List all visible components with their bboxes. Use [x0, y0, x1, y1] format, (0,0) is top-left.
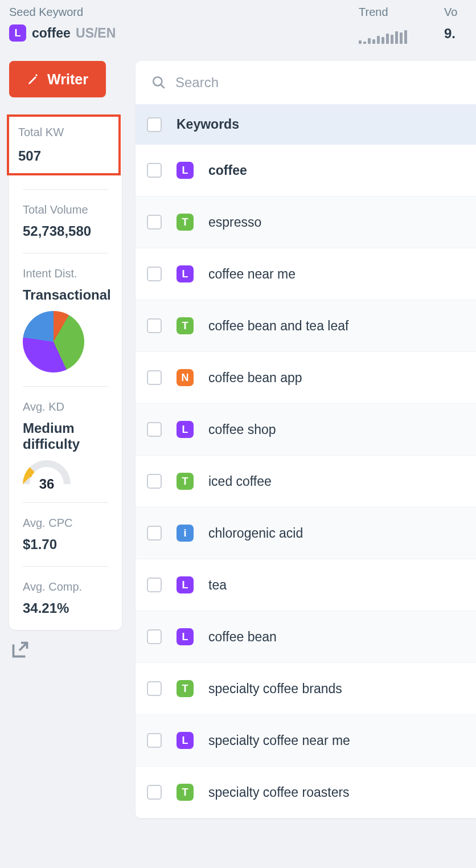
- row-checkbox[interactable]: [147, 629, 162, 644]
- keyword-row[interactable]: Lcoffee bean: [136, 611, 476, 663]
- keyword-row[interactable]: Tcoffee bean and tea leaf: [136, 300, 476, 352]
- volume-block: Vo 9.: [444, 6, 467, 42]
- intent-badge: L: [177, 162, 194, 179]
- keyword-text: specialty coffee roasters: [208, 785, 350, 800]
- row-checkbox[interactable]: [147, 267, 162, 281]
- search-row: [136, 61, 476, 104]
- stat-avg-kd: Avg. KD Medium difficulty 36: [23, 387, 108, 503]
- keyword-text: coffee near me: [208, 267, 296, 282]
- seed-keyword-name: coffee: [32, 26, 71, 40]
- stat-label: Avg. Comp.: [23, 580, 108, 593]
- intent-badge: N: [177, 369, 194, 386]
- keyword-text: espresso: [208, 215, 261, 230]
- row-checkbox[interactable]: [147, 318, 162, 333]
- seed-keyword: coffee US/EN: [32, 26, 116, 41]
- intent-badge: L: [177, 628, 194, 645]
- keyword-text: chlorogenic acid: [208, 526, 303, 541]
- stat-label: Avg. CPC: [23, 517, 108, 530]
- keyword-row[interactable]: Lcoffee shop: [136, 404, 476, 456]
- kd-gauge: 36: [23, 460, 71, 489]
- left-column: Writer Total KW 507 Total Volume 52,738,…: [9, 61, 122, 818]
- intent-badge: i: [177, 525, 194, 542]
- row-checkbox[interactable]: [147, 422, 162, 437]
- row-checkbox[interactable]: [147, 370, 162, 385]
- keyword-row[interactable]: Tspecialty coffee roasters: [136, 767, 476, 818]
- svg-point-0: [153, 77, 162, 85]
- trend-sparkline: [359, 29, 427, 44]
- keyword-row[interactable]: Ltea: [136, 559, 476, 611]
- keyword-table: Keywords LcoffeeTespressoLcoffee near me…: [136, 61, 476, 818]
- search-icon: [151, 75, 166, 90]
- keyword-row[interactable]: Tespresso: [136, 196, 476, 248]
- keyword-text: iced coffee: [208, 474, 272, 489]
- export-button[interactable]: [9, 640, 122, 663]
- stat-total-kw: Total KW 507: [23, 114, 108, 190]
- keyword-row[interactable]: Lcoffee near me: [136, 248, 476, 300]
- intent-badge: L: [177, 265, 194, 282]
- row-checkbox[interactable]: [147, 526, 162, 541]
- stat-value: $1.70: [23, 537, 108, 552]
- volume-label: Vo: [444, 6, 467, 19]
- stat-value: Medium difficulty: [23, 420, 108, 452]
- stat-total-volume: Total Volume 52,738,580: [23, 190, 108, 253]
- keyword-text: coffee bean and tea leaf: [208, 318, 348, 334]
- stat-intent-dist: Intent Dist. Transactional: [23, 253, 108, 387]
- keyword-row[interactable]: Lspecialty coffee near me: [136, 715, 476, 767]
- stat-label: Total KW: [18, 126, 109, 139]
- intent-pie-chart: [23, 311, 84, 372]
- keyword-text: specialty coffee brands: [208, 681, 342, 697]
- intent-badge: L: [177, 421, 194, 438]
- trend-block: Trend: [359, 6, 427, 44]
- row-checkbox[interactable]: [147, 163, 162, 178]
- volume-value: 9.: [444, 26, 467, 42]
- table-header-row: Keywords: [136, 104, 476, 145]
- intent-badge: L: [9, 24, 26, 42]
- svg-line-1: [161, 84, 165, 88]
- keyword-row[interactable]: ichlorogenic acid: [136, 507, 476, 559]
- highlight-box: Total KW 507: [7, 114, 121, 175]
- seed-keyword-block: Seed Keyword L coffee US/EN: [9, 6, 359, 42]
- seed-label: Seed Keyword: [9, 6, 359, 19]
- keyword-text: coffee shop: [208, 422, 276, 437]
- header: Seed Keyword L coffee US/EN Trend Vo 9.: [0, 0, 476, 44]
- keyword-row[interactable]: Lcoffee: [136, 145, 476, 196]
- row-checkbox[interactable]: [147, 578, 162, 592]
- keyword-text: tea: [208, 578, 227, 593]
- stat-avg-comp: Avg. Comp. 34.21%: [23, 567, 108, 630]
- keyword-text: coffee bean app: [208, 370, 302, 386]
- stat-avg-cpc: Avg. CPC $1.70: [23, 503, 108, 567]
- columns: Writer Total KW 507 Total Volume 52,738,…: [0, 44, 476, 818]
- writer-button-label: Writer: [47, 71, 88, 88]
- stat-value: 52,738,580: [23, 223, 108, 239]
- stat-label: Total Volume: [23, 203, 108, 216]
- keywords-column-header[interactable]: Keywords: [177, 117, 239, 132]
- row-checkbox[interactable]: [147, 733, 162, 748]
- keyword-row[interactable]: Ncoffee bean app: [136, 352, 476, 404]
- intent-badge: T: [177, 784, 194, 801]
- stat-label: Intent Dist.: [23, 267, 108, 280]
- pen-icon: [27, 72, 40, 86]
- trend-label: Trend: [359, 6, 427, 19]
- writer-button[interactable]: Writer: [9, 61, 106, 97]
- row-checkbox[interactable]: [147, 681, 162, 696]
- row-checkbox[interactable]: [147, 474, 162, 489]
- intent-badge: T: [177, 317, 194, 334]
- stat-value: 507: [18, 148, 109, 164]
- row-checkbox[interactable]: [147, 215, 162, 230]
- stat-label: Avg. KD: [23, 400, 108, 413]
- search-input[interactable]: [175, 75, 460, 91]
- table-body: LcoffeeTespressoLcoffee near meTcoffee b…: [136, 145, 476, 818]
- intent-badge: T: [177, 214, 194, 231]
- seed-keyword-locale: US/EN: [76, 26, 116, 40]
- keyword-text: coffee bean: [208, 629, 277, 645]
- kd-number: 36: [23, 476, 71, 492]
- select-all-checkbox[interactable]: [147, 117, 162, 132]
- keyword-row[interactable]: Tspecialty coffee brands: [136, 663, 476, 715]
- intent-badge: T: [177, 680, 194, 697]
- export-icon: [9, 640, 30, 661]
- intent-badge: L: [177, 732, 194, 749]
- keyword-row[interactable]: Ticed coffee: [136, 456, 476, 507]
- row-checkbox[interactable]: [147, 785, 162, 800]
- stat-value: Transactional: [23, 287, 108, 303]
- seed-keyword-row: L coffee US/EN: [9, 24, 359, 42]
